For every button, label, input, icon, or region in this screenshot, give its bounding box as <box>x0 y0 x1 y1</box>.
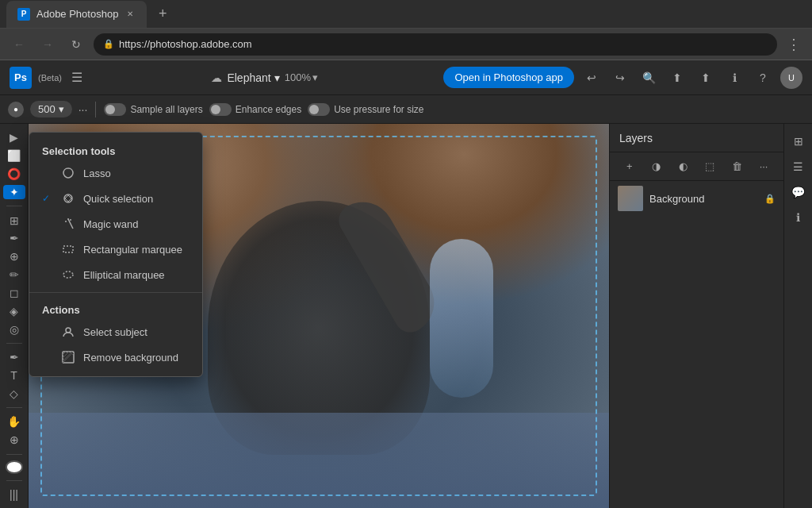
eraser-tool[interactable]: ◻ <box>3 286 25 301</box>
menu-item-select-subject[interactable]: Select subject <box>29 319 202 344</box>
refresh-button[interactable]: ↻ <box>65 33 87 56</box>
adjustment-button[interactable]: ◐ <box>674 157 693 176</box>
tool-separator-4 <box>6 454 22 455</box>
crop-tool[interactable]: ⊞ <box>3 213 25 228</box>
browser-tab[interactable]: P Adobe Photoshop ✕ <box>6 1 147 28</box>
type-tool[interactable]: T <box>3 368 25 383</box>
add-layer-button[interactable]: + <box>620 157 639 176</box>
redo-button[interactable]: ↪ <box>609 67 631 89</box>
browser-more-button[interactable]: ⋮ <box>783 33 804 56</box>
left-toolbar: ▶ ⬜ ⭕ ✦ ⊞ ✒ ⊕ ✏ ◻ ◈ ◎ ✒ T ◇ ✋ ⊕ ||| <box>0 124 29 508</box>
zoom-tool[interactable]: ⊕ <box>3 433 25 448</box>
toolbar-more-button[interactable]: ··· <box>79 103 88 116</box>
share-button[interactable]: ⬆ <box>695 67 717 89</box>
hamburger-menu[interactable]: ☰ <box>68 67 86 88</box>
quick-selection-icon <box>61 191 75 206</box>
adjustments-panel-button[interactable]: ☰ <box>787 156 810 178</box>
marquee-tool[interactable]: ⬜ <box>3 148 25 164</box>
move-tool[interactable]: ▶ <box>3 130 25 145</box>
magic-wand-tool[interactable]: ✦ <box>3 185 25 200</box>
lasso-tool[interactable]: ⭕ <box>3 167 25 182</box>
info-button[interactable]: ℹ <box>723 67 745 89</box>
selection-tools-menu: Selection tools Lasso ✓ <box>29 132 203 377</box>
shape-tool[interactable]: ◇ <box>3 387 25 402</box>
effects-button[interactable]: ⬚ <box>700 157 719 176</box>
heal-tool[interactable]: ⊕ <box>3 249 25 264</box>
menu-item-magic-wand[interactable]: Magic wand <box>29 211 202 237</box>
help-button[interactable]: ? <box>752 67 774 89</box>
select-subject-icon <box>61 325 75 339</box>
sample-all-layers-toggle[interactable] <box>104 103 126 116</box>
info-panel-button[interactable]: ℹ <box>787 206 810 229</box>
tab-title: Adobe Photoshop <box>36 8 118 20</box>
menu-item-remove-background[interactable]: Remove background <box>29 344 202 370</box>
nav-bar: ← → ↻ 🔒 https://photoshop.adobe.com ⋮ <box>0 29 812 60</box>
svg-rect-5 <box>63 246 73 252</box>
layer-thumb-image <box>618 186 643 211</box>
delete-layer-button[interactable]: 🗑 <box>727 157 746 176</box>
hand-tool[interactable]: ✋ <box>3 414 25 429</box>
svg-point-7 <box>66 328 71 333</box>
mask-button[interactable]: ◑ <box>647 157 666 176</box>
layers-more-button[interactable]: ··· <box>754 157 773 176</box>
new-tab-button[interactable]: + <box>153 5 172 24</box>
toolbar-separator <box>95 102 96 117</box>
elliptical-marquee-label: Elliptical marquee <box>83 269 165 281</box>
browser-chrome: P Adobe Photoshop ✕ + <box>0 0 812 29</box>
app-container: Ps (Beta) ☰ ☁ Elephant ▾ 100% ▾ Open in … <box>0 60 812 508</box>
select-subject-label: Select subject <box>83 326 147 338</box>
brush-size-control[interactable]: 500 ▾ <box>30 101 72 117</box>
blur-tool[interactable]: ◎ <box>3 321 25 337</box>
right-side-panel: ⊞ ☰ 💬 ℹ <box>783 124 812 508</box>
pen-tool[interactable]: ✒ <box>3 350 25 365</box>
eyedropper-tool[interactable]: ✒ <box>3 231 25 246</box>
search-button[interactable]: 🔍 <box>638 67 660 89</box>
enhance-edges-label: Enhance edges <box>236 104 301 115</box>
menu-item-elliptical-marquee[interactable]: Elliptical marquee <box>29 262 202 287</box>
brush-tool[interactable]: ✏ <box>3 267 25 283</box>
sample-all-layers-option[interactable]: Sample all layers <box>104 103 202 116</box>
gradient-tool[interactable]: ◈ <box>3 303 25 318</box>
rect-marquee-label: Rectangular marquee <box>83 244 182 256</box>
comments-panel-button[interactable]: 💬 <box>787 181 810 203</box>
avatar[interactable]: U <box>780 67 802 89</box>
pressure-toggle[interactable] <box>308 103 330 116</box>
tool-toggle[interactable]: ● <box>8 102 24 117</box>
lock-icon: 🔒 <box>764 194 776 204</box>
tool-separator-3 <box>6 407 22 408</box>
remove-bg-icon <box>61 350 75 364</box>
cloud-icon: ☁ <box>211 71 222 84</box>
panel-header: Layers <box>610 124 783 152</box>
layer-item-background[interactable]: Background 🔒 <box>610 181 783 216</box>
address-bar[interactable]: 🔒 https://photoshop.adobe.com <box>94 33 777 56</box>
svg-point-4 <box>70 219 71 221</box>
adjustments-tool[interactable]: ||| <box>3 487 25 502</box>
address-text: https://photoshop.adobe.com <box>119 38 252 50</box>
menu-item-rectangular-marquee[interactable]: Rectangular marquee <box>29 237 202 262</box>
lasso-icon <box>61 166 75 180</box>
lasso-label: Lasso <box>83 167 111 179</box>
panel-title: Layers <box>619 132 653 144</box>
layer-name: Background <box>649 193 758 205</box>
open-in-photoshop-button[interactable]: Open in Photoshop app <box>443 67 574 88</box>
main-area: ▶ ⬜ ⭕ ✦ ⊞ ✒ ⊕ ✏ ◻ ◈ ◎ ✒ T ◇ ✋ ⊕ ||| <box>0 124 812 508</box>
quick-selection-check: ✓ <box>42 193 53 204</box>
menu-item-lasso[interactable]: Lasso <box>29 160 202 186</box>
layers-panel-button[interactable]: ⊞ <box>787 130 810 152</box>
enhance-edges-toggle[interactable] <box>209 103 232 116</box>
magic-wand-icon <box>61 217 75 231</box>
layers-panel: Layers + ◑ ◐ ⬚ 🗑 ··· Background 🔒 <box>609 124 783 508</box>
pressure-label: Use pressure for size <box>334 104 423 115</box>
pressure-option[interactable]: Use pressure for size <box>308 103 423 116</box>
upload-button[interactable]: ⬆ <box>666 67 688 89</box>
zoom-level[interactable]: 100% ▾ <box>285 71 318 83</box>
foreground-color[interactable] <box>6 460 23 473</box>
menu-item-quick-selection[interactable]: ✓ Quick selection <box>29 186 202 211</box>
enhance-edges-option[interactable]: Enhance edges <box>209 103 301 116</box>
back-button[interactable]: ← <box>8 33 30 56</box>
file-name[interactable]: Elephant ▾ <box>227 71 279 84</box>
forward-button[interactable]: → <box>36 33 59 56</box>
close-tab-btn[interactable]: ✕ <box>124 9 136 20</box>
undo-button[interactable]: ↩ <box>580 67 603 89</box>
lock-icon: 🔒 <box>103 39 114 49</box>
